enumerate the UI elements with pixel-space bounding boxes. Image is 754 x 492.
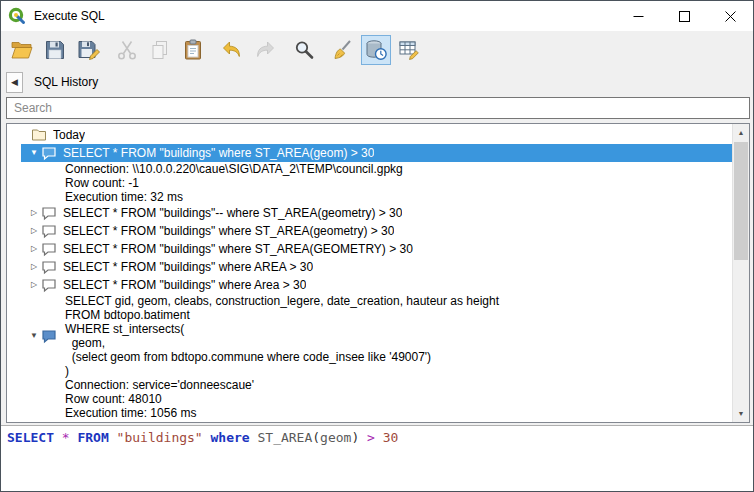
- paste-icon: [181, 38, 205, 62]
- history-item-detail[interactable]: Execution time: 1056 ms: [7, 406, 732, 420]
- undo-icon: [220, 38, 244, 62]
- table-edit-icon: [397, 38, 421, 62]
- sql-editor[interactable]: SELECT * FROM "buildings" where ST_AREA(…: [1, 425, 753, 491]
- sql-text: SELECT * FROM "buildings" where ST_AREA(…: [63, 224, 394, 238]
- cut-button[interactable]: [112, 35, 142, 65]
- sql-text-line: SELECT gid, geom, cleabs, construction_l…: [65, 294, 732, 308]
- save-as-icon: [76, 38, 100, 62]
- sql-history-tree: Today ▼ SELECT * FROM "buildings" where …: [7, 124, 732, 422]
- history-item[interactable]: ▷ SELECT * FROM "buildings" where AREA >…: [7, 258, 732, 276]
- paste-button[interactable]: [178, 35, 208, 65]
- query-bubble-icon: [41, 241, 57, 257]
- query-bubble-icon: [41, 223, 57, 239]
- query-bubble-icon: [41, 205, 57, 221]
- database-history-icon: [364, 38, 388, 62]
- sql-text: SELECT * FROM "buildings" where ST_AREA(…: [63, 242, 413, 256]
- search-input[interactable]: [6, 97, 750, 119]
- maximize-button[interactable]: [661, 1, 707, 31]
- history-item-detail[interactable]: Execution time: 32 ms: [7, 190, 732, 204]
- collapsed-arrow-icon[interactable]: ▷: [27, 240, 41, 258]
- save-icon: [43, 38, 67, 62]
- group-label: Today: [53, 128, 85, 142]
- collapsed-arrow-icon[interactable]: ▷: [27, 222, 41, 240]
- back-arrow-icon: ◀: [11, 77, 18, 87]
- history-item-detail[interactable]: Connection: \\10.0.0.220\caue\SIG\DATA_2…: [7, 162, 732, 176]
- open-file-button[interactable]: [7, 35, 37, 65]
- save-button[interactable]: [40, 35, 70, 65]
- sql-text-line: (select geom from bdtopo.commune where c…: [65, 350, 732, 364]
- history-item-detail[interactable]: Row count: -1: [7, 176, 732, 190]
- expanded-arrow-icon[interactable]: ▼: [27, 328, 41, 344]
- sql-history-panel: Today ▼ SELECT * FROM "buildings" where …: [6, 123, 750, 423]
- history-item-selected[interactable]: ▼ SELECT * FROM "buildings" where ST_ARE…: [7, 144, 732, 162]
- folder-icon: [31, 127, 47, 143]
- collapsed-arrow-icon[interactable]: ▷: [27, 276, 41, 294]
- history-item-detail[interactable]: Connection: service='donneescaue': [7, 378, 732, 392]
- scissors-icon: [115, 38, 139, 62]
- sql-code-line: SELECT * FROM "buildings" where ST_AREA(…: [1, 426, 753, 449]
- sql-text: SELECT * FROM "buildings" where ST_AREA(…: [63, 146, 374, 160]
- page-title: SQL History: [34, 75, 98, 89]
- collapsed-arrow-icon[interactable]: ▷: [27, 204, 41, 222]
- query-bubble-icon: [41, 277, 57, 293]
- minimize-icon: [633, 11, 644, 22]
- close-button[interactable]: [707, 1, 753, 31]
- back-button[interactable]: ◀: [6, 72, 23, 93]
- sql-text: SELECT * FROM "buildings" where AREA > 3…: [63, 260, 313, 274]
- sql-history-button[interactable]: [361, 35, 391, 65]
- scrollbar-thumb[interactable]: [734, 142, 748, 260]
- redo-icon: [253, 38, 277, 62]
- sql-text: SELECT * FROM "buildings"-- where ST_ARE…: [63, 206, 402, 220]
- history-item[interactable]: ▷ SELECT * FROM "buildings" where ST_ARE…: [7, 240, 732, 258]
- close-icon: [725, 11, 736, 22]
- sql-text-line: geom,: [65, 336, 732, 350]
- maximize-icon: [679, 11, 690, 22]
- save-as-button[interactable]: [73, 35, 103, 65]
- sql-text-line: FROM bdtopo.batiment: [65, 308, 732, 322]
- find-button[interactable]: [289, 35, 319, 65]
- scroll-up-icon[interactable]: ▲: [733, 124, 749, 141]
- sql-text-line: ): [65, 364, 732, 378]
- expanded-arrow-icon[interactable]: ▼: [27, 144, 41, 162]
- history-item[interactable]: ▷ SELECT * FROM "buildings"-- where ST_A…: [7, 204, 732, 222]
- undo-button[interactable]: [217, 35, 247, 65]
- toolbar: [1, 31, 753, 69]
- execute-query-button[interactable]: [394, 35, 424, 65]
- execute-sql-window: Execute SQL: [0, 0, 754, 492]
- minimize-button[interactable]: [615, 1, 661, 31]
- tree-scrollbar[interactable]: ▲ ▼: [732, 124, 749, 422]
- copy-icon: [148, 38, 172, 62]
- history-item-detail[interactable]: Row count: 48010: [7, 392, 732, 406]
- folder-open-icon: [10, 38, 34, 62]
- scroll-down-icon[interactable]: ▼: [733, 405, 749, 422]
- window-controls: [615, 1, 753, 31]
- titlebar: Execute SQL: [1, 1, 753, 31]
- history-item[interactable]: ▷ SELECT * FROM "buildings" where ST_ARE…: [7, 222, 732, 240]
- broom-icon: [331, 38, 355, 62]
- collapsed-arrow-icon[interactable]: ▷: [27, 258, 41, 276]
- copy-button[interactable]: [145, 35, 175, 65]
- redo-button[interactable]: [250, 35, 280, 65]
- query-bubble-icon: [41, 145, 57, 161]
- sql-text: SELECT * FROM "buildings" where Area > 3…: [63, 278, 306, 292]
- clear-button[interactable]: [328, 35, 358, 65]
- sql-text-line: WHERE st_intersects(: [65, 322, 732, 336]
- history-nav-row: ◀ SQL History: [1, 69, 753, 95]
- history-item-multiline[interactable]: ▼ SELECT gid, geom, cleabs, construction…: [7, 294, 732, 378]
- tree-group-today[interactable]: Today: [7, 126, 732, 144]
- query-bubble-icon: [41, 259, 57, 275]
- window-title: Execute SQL: [34, 9, 105, 23]
- history-item[interactable]: ▷ SELECT * FROM "buildings" where Area >…: [7, 276, 732, 294]
- query-bubble-icon-blue: [41, 328, 57, 344]
- search-icon: [292, 38, 316, 62]
- qgis-app-icon: [8, 7, 26, 25]
